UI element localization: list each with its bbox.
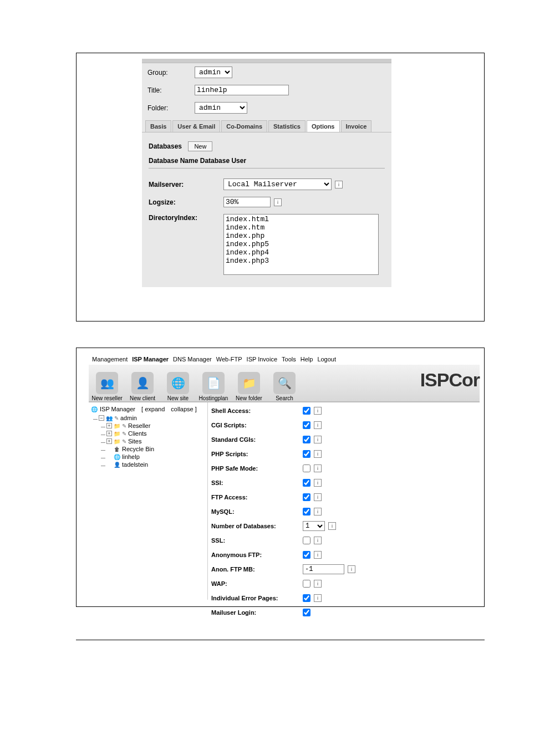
standard-cgis-checkbox[interactable] [303, 436, 310, 443]
logsize-input[interactable] [223, 197, 271, 207]
cgi-scripts-checkbox[interactable] [303, 421, 310, 429]
title-input[interactable] [195, 85, 289, 95]
expand-icon[interactable]: + [106, 438, 112, 444]
info-icon[interactable]: i [314, 465, 322, 472]
info-icon[interactable]: i [335, 181, 343, 188]
figure-options-panel: Group: admin Title: Folder: admin Basis … [76, 53, 485, 321]
menu-web-ftp[interactable]: Web-FTP [216, 356, 242, 363]
tool-search[interactable]: 🔍 Search [268, 372, 301, 401]
tree-node-admin[interactable]: − 👥 ✎ admin [99, 415, 205, 421]
mailserver-select[interactable]: Local Mailserver [223, 178, 332, 190]
info-icon[interactable]: i [274, 198, 282, 206]
menu-dns-manager[interactable]: DNS Manager [173, 356, 212, 363]
anon-ftp-label: Anonymous FTP: [211, 552, 303, 558]
expand-icon[interactable]: + [106, 431, 112, 436]
info-icon[interactable]: i [314, 508, 322, 515]
error-pages-label: Individual Error Pages: [211, 595, 303, 601]
directoryindex-textarea[interactable]: index.html index.htm index.php index.php… [223, 214, 379, 275]
php-safe-mode-label: PHP Safe Mode: [211, 465, 303, 472]
tool-label: New site [167, 395, 189, 401]
tree-node-linhelp[interactable]: 🌐 linhelp [106, 453, 205, 460]
tool-new-client[interactable]: 👤 New client [126, 372, 159, 401]
info-icon[interactable]: i [314, 421, 322, 429]
tree-label: admin [120, 415, 137, 421]
menu-tools[interactable]: Tools [282, 356, 296, 363]
info-icon[interactable]: i [314, 479, 322, 487]
tree-expand-link[interactable]: [ expand [141, 406, 165, 412]
logsize-label: Logsize: [149, 198, 223, 206]
folder-icon: 📁 [114, 422, 120, 429]
info-icon[interactable]: i [314, 580, 322, 588]
folder-icon: 📁 [114, 430, 120, 437]
mailuser-login-checkbox[interactable] [303, 609, 310, 616]
php-safe-mode-checkbox[interactable] [303, 465, 310, 472]
info-icon[interactable]: i [328, 522, 336, 530]
folder-select[interactable]: admin [195, 102, 247, 114]
shell-access-label: Shell Access: [211, 407, 303, 414]
tool-hostingplan[interactable]: 📄 Hostingplan [197, 372, 230, 401]
menu-management[interactable]: Management [92, 356, 128, 363]
tab-statistics[interactable]: Statistics [268, 120, 306, 132]
tool-new-site[interactable]: 🌐 New site [162, 372, 194, 401]
info-icon[interactable]: i [314, 450, 322, 458]
edit-icon[interactable]: ✎ [122, 438, 126, 445]
tool-label: New client [130, 395, 155, 401]
menu-help[interactable]: Help [301, 356, 313, 363]
php-scripts-label: PHP Scripts: [211, 451, 303, 457]
num-databases-select[interactable]: 1 [303, 521, 325, 531]
collapse-icon[interactable]: − [99, 415, 104, 421]
info-icon[interactable]: i [348, 565, 355, 573]
tab-user-email[interactable]: User & Email [172, 120, 220, 132]
edit-icon[interactable]: ✎ [122, 431, 126, 437]
tool-new-folder[interactable]: 📁 New folder [233, 372, 265, 401]
tab-options[interactable]: Options [307, 120, 340, 132]
tree-node-recycle-bin[interactable]: 🗑 Recycle Bin [106, 446, 205, 452]
info-icon[interactable]: i [314, 436, 322, 443]
info-icon[interactable]: i [314, 537, 322, 544]
tab-co-domains[interactable]: Co-Domains [221, 120, 267, 132]
ftp-access-label: FTP Access: [211, 494, 303, 501]
php-scripts-checkbox[interactable] [303, 450, 310, 458]
tree-node-sites[interactable]: + 📁 ✎ Sites [106, 438, 205, 445]
edit-icon[interactable]: ✎ [114, 415, 119, 421]
new-database-button[interactable]: New [188, 141, 212, 151]
info-icon[interactable]: i [314, 551, 322, 559]
wap-label: WAP: [211, 580, 303, 587]
tree-node-clients[interactable]: + 📁 ✎ Clients [106, 430, 205, 437]
anon-ftp-checkbox[interactable] [303, 551, 310, 559]
tab-invoice[interactable]: Invoice [341, 120, 372, 132]
ftp-access-checkbox[interactable] [303, 493, 310, 501]
tree-label: Recycle Bin [122, 446, 154, 452]
expand-icon[interactable]: + [106, 423, 112, 428]
anon-ftp-mb-input[interactable] [303, 564, 344, 574]
tree-node-reseller[interactable]: + 📁 ✎ Reseller [106, 422, 205, 429]
info-icon[interactable]: i [314, 493, 322, 501]
tab-bar: Basis User & Email Co-Domains Statistics… [142, 117, 391, 132]
menu-logout[interactable]: Logout [317, 356, 336, 363]
tree-node-tadelstein[interactable]: 👤 tadelstein [106, 461, 205, 468]
info-icon[interactable]: i [314, 594, 322, 602]
mysql-checkbox[interactable] [303, 508, 310, 515]
ssi-checkbox[interactable] [303, 479, 310, 487]
panel-topbar [142, 59, 391, 63]
tree-collapse-link[interactable]: collapse ] [171, 406, 196, 412]
ssl-label: SSL: [211, 537, 303, 544]
wap-checkbox[interactable] [303, 580, 310, 588]
menu-isp-manager[interactable]: ISP Manager [132, 356, 169, 363]
title-label: Title: [147, 86, 195, 94]
edit-icon[interactable]: ✎ [122, 423, 126, 429]
mailserver-label: Mailserver: [149, 181, 223, 188]
tool-new-reseller[interactable]: 👥 New reseller [91, 372, 123, 401]
shell-access-checkbox[interactable] [303, 407, 310, 415]
tree-label: tadelstein [122, 461, 148, 468]
properties-panel: Shell Access: i CGI Scripts: i Standard … [208, 402, 480, 600]
brand-logo: ISPCor [420, 369, 480, 391]
info-icon[interactable]: i [314, 407, 322, 415]
tab-basis[interactable]: Basis [145, 120, 171, 132]
tool-label: Search [276, 395, 293, 401]
group-label: Group: [147, 69, 195, 76]
group-select[interactable]: admin [195, 67, 232, 78]
ssl-checkbox[interactable] [303, 537, 310, 544]
error-pages-checkbox[interactable] [303, 594, 310, 602]
menu-isp-invoice[interactable]: ISP Invoice [247, 356, 277, 363]
